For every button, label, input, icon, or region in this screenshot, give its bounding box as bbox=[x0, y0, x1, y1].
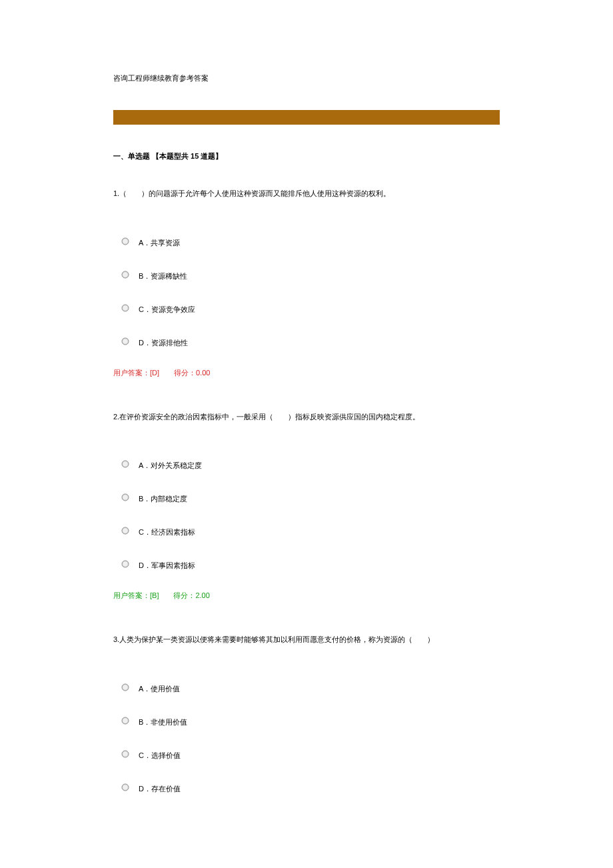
radio-icon[interactable] bbox=[121, 337, 129, 345]
option-label: D．存在价值 bbox=[139, 784, 181, 794]
question-block: 3.人类为保护某一类资源以便将来需要时能够将其加以利用而愿意支付的价格，称为资源… bbox=[113, 634, 500, 794]
svg-point-22 bbox=[122, 784, 129, 791]
svg-point-4 bbox=[122, 305, 129, 311]
question-text: 1.（ ）的问题源于允许每个人使用这种资源而又能排斥他人使用这种资源的权利。 bbox=[113, 188, 500, 200]
question-block: 1.（ ）的问题源于允许每个人使用这种资源而又能排斥他人使用这种资源的权利。 A… bbox=[113, 188, 500, 378]
document-title: 咨询工程师继续教育参考答案 bbox=[113, 73, 500, 83]
svg-point-8 bbox=[122, 461, 129, 467]
svg-point-14 bbox=[122, 561, 129, 567]
section-header: 一、单选题 【本题型共 15 道题】 bbox=[113, 151, 500, 161]
radio-icon[interactable] bbox=[121, 271, 129, 279]
option-row: C．经济因素指标 bbox=[113, 516, 500, 537]
user-answer: 用户答案：[D] 得分：0.00 bbox=[113, 368, 500, 378]
radio-icon[interactable] bbox=[121, 683, 129, 691]
option-row: A．对外关系稳定度 bbox=[113, 449, 500, 471]
radio-icon[interactable] bbox=[121, 493, 129, 501]
svg-point-20 bbox=[122, 751, 129, 757]
svg-point-2 bbox=[122, 271, 129, 278]
option-label: B．资源稀缺性 bbox=[139, 271, 187, 281]
option-label: D．军事因素指标 bbox=[139, 561, 195, 571]
option-label: B．非使用价值 bbox=[139, 717, 187, 727]
option-label: A．对外关系稳定度 bbox=[139, 461, 202, 471]
question-block: 2.在评价资源安全的政治因素指标中，一般采用（ ）指标反映资源供应国的国内稳定程… bbox=[113, 411, 500, 601]
radio-icon[interactable] bbox=[121, 304, 129, 312]
option-row: B．内部稳定度 bbox=[113, 483, 500, 504]
separator-bar bbox=[113, 110, 500, 125]
option-row: D．资源排他性 bbox=[113, 327, 500, 348]
radio-icon[interactable] bbox=[121, 560, 129, 568]
svg-point-12 bbox=[122, 527, 129, 534]
option-row: A．使用价值 bbox=[113, 673, 500, 694]
option-label: C．资源竞争效应 bbox=[139, 305, 195, 315]
option-label: C．选择价值 bbox=[139, 751, 181, 761]
option-label: C．经济因素指标 bbox=[139, 527, 195, 537]
question-text: 2.在评价资源安全的政治因素指标中，一般采用（ ）指标反映资源供应国的国内稳定程… bbox=[113, 411, 500, 423]
radio-icon[interactable] bbox=[121, 527, 129, 535]
svg-point-0 bbox=[122, 238, 129, 245]
option-row: A．共享资源 bbox=[113, 227, 500, 248]
option-row: B．资源稀缺性 bbox=[113, 260, 500, 281]
radio-icon[interactable] bbox=[121, 717, 129, 725]
svg-point-10 bbox=[122, 494, 129, 501]
question-text: 3.人类为保护某一类资源以便将来需要时能够将其加以利用而愿意支付的价格，称为资源… bbox=[113, 634, 500, 646]
option-row: D．存在价值 bbox=[113, 773, 500, 794]
svg-point-6 bbox=[122, 338, 129, 345]
option-label: A．使用价值 bbox=[139, 684, 180, 694]
option-row: B．非使用价值 bbox=[113, 706, 500, 727]
option-row: C．选择价值 bbox=[113, 739, 500, 761]
option-row: C．资源竞争效应 bbox=[113, 293, 500, 315]
option-label: D．资源排他性 bbox=[139, 338, 188, 348]
radio-icon[interactable] bbox=[121, 750, 129, 758]
svg-point-18 bbox=[122, 717, 129, 724]
radio-icon[interactable] bbox=[121, 460, 129, 468]
option-label: B．内部稳定度 bbox=[139, 494, 187, 504]
user-answer: 用户答案：[B] 得分：2.00 bbox=[113, 591, 500, 601]
radio-icon[interactable] bbox=[121, 783, 129, 791]
svg-point-16 bbox=[122, 684, 129, 691]
radio-icon[interactable] bbox=[121, 237, 129, 245]
option-label: A．共享资源 bbox=[139, 238, 180, 248]
option-row: D．军事因素指标 bbox=[113, 549, 500, 571]
